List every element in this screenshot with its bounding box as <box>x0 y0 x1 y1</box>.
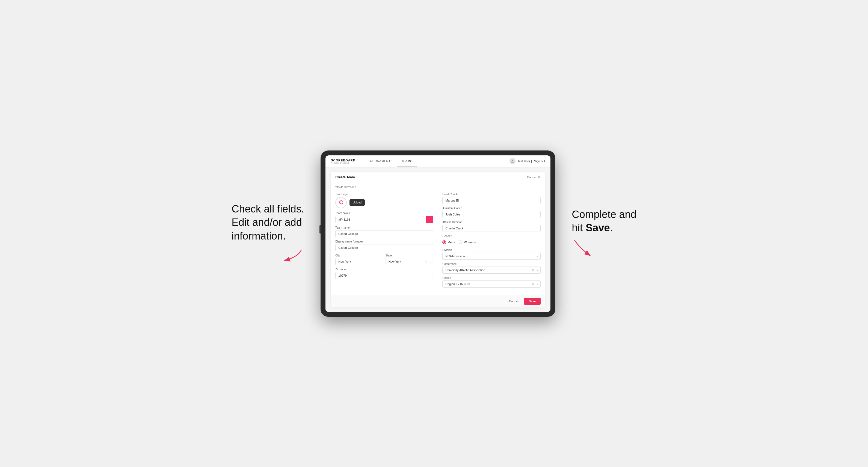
tablet-frame: SCOREBOARD Powered by clippd TOURNAMENTS… <box>320 151 555 317</box>
sign-out-link[interactable]: Sign out <box>534 159 545 163</box>
conference-dropdown-icon[interactable]: ⌄ <box>537 269 539 272</box>
logo-preview: C <box>335 197 347 208</box>
gender-womens-label: Womens <box>464 241 476 244</box>
team-colour-label: Team colour <box>335 212 433 215</box>
display-name-label: Display name (unique) <box>335 240 433 243</box>
region-field: Region ✕ ⌄ <box>442 276 540 287</box>
display-name-input[interactable] <box>335 244 433 251</box>
zip-label: Zip code <box>335 268 433 271</box>
assistant-coach-input[interactable] <box>442 211 540 218</box>
team-logo-field: Team logo C Upload <box>335 193 433 208</box>
division-field: Division ⌄ <box>442 249 540 260</box>
color-field-wrapper <box>335 216 433 223</box>
cancel-button[interactable]: Cancel <box>506 298 521 305</box>
athletic-director-label: Athletic Director <box>442 221 540 224</box>
user-name: Test User | <box>518 159 532 163</box>
state-field: State ✕ ⌄ <box>385 254 434 265</box>
right-annotation-save: Save <box>586 222 610 234</box>
gender-womens-radio[interactable] <box>459 240 463 244</box>
annotation-arrow-right <box>572 237 594 259</box>
right-annotation-line1: Complete and <box>572 209 637 220</box>
division-label: Division <box>442 249 540 251</box>
region-select-wrapper: ✕ ⌄ <box>442 280 540 287</box>
zip-field: Zip code <box>335 268 433 279</box>
annotation-line1: Check all fields. <box>231 203 304 215</box>
annotation-arrow-left <box>282 248 304 264</box>
city-label: City <box>335 254 383 257</box>
assistant-coach-field: Assistant Coach <box>442 207 540 218</box>
team-name-field: Team name <box>335 226 433 237</box>
gender-mens-radio[interactable] <box>442 240 446 244</box>
tablet-side-button <box>319 225 320 234</box>
head-coach-label: Head Coach <box>442 193 540 196</box>
gender-radio-group: Mens Womens <box>442 239 540 246</box>
right-annotation: Complete and hit Save. <box>572 208 637 259</box>
form-right: Head Coach Assistant Coach Athletic Dire… <box>438 190 545 295</box>
close-icon[interactable]: ✕ <box>537 175 540 180</box>
cancel-label: Cancel <box>527 176 536 179</box>
tablet-screen: SCOREBOARD Powered by clippd TOURNAMENTS… <box>326 155 551 312</box>
division-input[interactable] <box>442 253 540 260</box>
nav-tournaments[interactable]: TOURNAMENTS <box>364 155 397 167</box>
head-coach-field: Head Coach <box>442 193 540 204</box>
zip-input[interactable] <box>335 272 433 279</box>
brand-sub: Powered by clippd <box>331 162 355 164</box>
state-select-wrapper: ✕ ⌄ <box>385 258 434 265</box>
state-label: State <box>385 254 434 257</box>
form-left: Team logo C Upload Team colour <box>331 190 438 295</box>
conference-clear-icon[interactable]: ✕ <box>532 268 535 272</box>
form-body: Team logo C Upload Team colour <box>331 190 545 295</box>
division-select-wrapper: ⌄ <box>442 253 540 260</box>
panel-title: Create Team <box>335 175 355 179</box>
team-name-label: Team name <box>335 226 433 229</box>
color-swatch[interactable] <box>426 216 433 223</box>
region-dropdown-icon[interactable]: ⌄ <box>537 283 539 285</box>
save-button[interactable]: Save <box>524 298 541 305</box>
content-area: Create Team Cancel ✕ TEAM DETAILS <box>326 167 551 312</box>
display-name-field: Display name (unique) <box>335 240 433 251</box>
logo-section: C Upload <box>335 197 433 208</box>
state-clear-icon[interactable]: ✕ <box>425 260 427 263</box>
gender-mens-label: Mens <box>447 241 455 244</box>
panel-footer: Cancel Save <box>331 295 545 308</box>
team-logo-label: Team logo <box>335 193 433 196</box>
assistant-coach-label: Assistant Coach <box>442 207 540 210</box>
nav-right: Test User | Sign out <box>509 158 545 164</box>
brand: SCOREBOARD Powered by clippd <box>331 159 355 164</box>
region-clear-icon[interactable]: ✕ <box>532 282 535 286</box>
team-colour-input[interactable] <box>335 216 424 223</box>
conference-label: Conference <box>442 262 540 266</box>
team-colour-field: Team colour <box>335 212 433 223</box>
gender-label: Gender <box>442 235 540 238</box>
gender-womens-option[interactable]: Womens <box>459 240 476 244</box>
gender-field: Gender Mens Womens <box>442 235 540 246</box>
division-dropdown-icon[interactable]: ⌄ <box>537 255 539 257</box>
nav-teams[interactable]: TEAMS <box>397 155 417 167</box>
team-name-input[interactable] <box>335 230 433 237</box>
region-input[interactable] <box>442 280 540 287</box>
state-dropdown-icon[interactable]: ⌄ <box>430 260 432 263</box>
city-state-row: City State ✕ ⌄ <box>335 254 433 268</box>
city-input[interactable] <box>335 258 383 265</box>
conference-select-wrapper: ✕ ⌄ <box>442 267 540 274</box>
navbar: SCOREBOARD Powered by clippd TOURNAMENTS… <box>326 155 551 167</box>
create-team-panel: Create Team Cancel ✕ TEAM DETAILS <box>331 172 545 308</box>
conference-input[interactable] <box>442 267 540 274</box>
region-label: Region <box>442 276 540 279</box>
annotation-line2: Edit and/or add <box>231 217 302 228</box>
brand-name: SCOREBOARD <box>331 159 355 162</box>
upload-button[interactable]: Upload <box>349 199 365 206</box>
svg-point-0 <box>512 160 513 161</box>
user-avatar <box>509 158 516 164</box>
head-coach-input[interactable] <box>442 197 540 204</box>
annotation-line3: information. <box>231 230 286 242</box>
athletic-director-input[interactable] <box>442 225 540 232</box>
gender-mens-option[interactable]: Mens <box>442 240 455 244</box>
left-annotation: Check all fields. Edit and/or add inform… <box>231 203 304 264</box>
conference-field: Conference ✕ ⌄ <box>442 262 540 274</box>
city-field: City <box>335 254 383 265</box>
nav-links: TOURNAMENTS TEAMS <box>364 155 509 167</box>
panel-close-button[interactable]: Cancel ✕ <box>527 175 540 180</box>
section-label: TEAM DETAILS <box>331 183 545 190</box>
panel-header: Create Team Cancel ✕ <box>331 172 545 183</box>
